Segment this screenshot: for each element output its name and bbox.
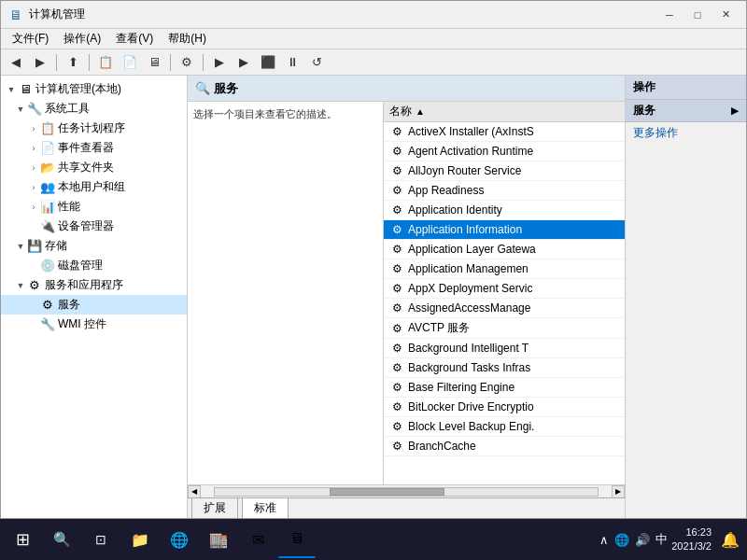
play2-button[interactable]: ▶ <box>233 52 255 73</box>
service-row[interactable]: ⚙Application Identity <box>384 201 625 220</box>
expand-icon[interactable]: ▼ <box>5 85 18 94</box>
service-row[interactable]: ⚙Background Tasks Infras <box>384 358 625 378</box>
tree-wmi[interactable]: 🔧 WMI 控件 <box>1 315 187 334</box>
export-button[interactable]: 📄 <box>119 52 141 73</box>
service-row[interactable]: ⚙BitLocker Drive Encryptio <box>384 398 625 417</box>
sys-expand-icon[interactable]: ▼ <box>14 105 27 114</box>
service-row[interactable]: ⚙Block Level Backup Engi. <box>384 417 625 437</box>
service-icon: ⚙ <box>389 261 404 276</box>
taskbar-explorer[interactable]: 📁 <box>121 521 159 558</box>
menu-help[interactable]: 帮助(H) <box>161 29 214 49</box>
center-header: 🔍 服务 <box>188 76 625 102</box>
h-scroll-left-btn[interactable]: ◀ <box>188 485 201 498</box>
restart-button[interactable]: ↺ <box>305 52 328 73</box>
h-scroll-track[interactable] <box>214 487 599 497</box>
h-scroll-thumb[interactable] <box>330 488 444 496</box>
up-button[interactable]: ⬆ <box>62 52 84 73</box>
services-column-header[interactable]: 名称 ▲ <box>384 102 625 122</box>
tree-dev-manager[interactable]: 🔌 设备管理器 <box>1 217 187 236</box>
service-row[interactable]: ⚙Application Information <box>384 220 625 240</box>
tab-expand[interactable]: 扩展 <box>191 497 238 518</box>
service-icon: ⚙ <box>389 144 404 159</box>
start-button[interactable]: ⊞ <box>4 521 41 558</box>
service-row[interactable]: ⚙Agent Activation Runtime <box>384 142 625 161</box>
svc-apps-expand[interactable]: ▼ <box>14 281 27 290</box>
tree-shared-folder[interactable]: › 📂 共享文件夹 <box>1 158 187 177</box>
tree-performance[interactable]: › 📊 性能 <box>1 197 187 217</box>
sep2 <box>89 54 90 71</box>
forward-button[interactable]: ▶ <box>29 52 51 73</box>
desc-text: 选择一个项目来查看它的描述。 <box>193 108 337 119</box>
service-row[interactable]: ⚙Background Intelligent T <box>384 339 625 358</box>
service-row[interactable]: ⚙AppX Deployment Servic <box>384 279 625 299</box>
service-row[interactable]: ⚙Application Layer Gatewa <box>384 240 625 259</box>
taskbar-compmgmt[interactable]: 🖥 <box>278 521 316 558</box>
taskbar-mail[interactable]: ✉ <box>239 521 276 558</box>
service-name: Application Layer Gatewa <box>408 243 619 256</box>
more-actions-item[interactable]: 更多操作 <box>626 122 746 144</box>
service-row[interactable]: ⚙App Readiness <box>384 181 625 201</box>
window-controls: ─ □ ✕ <box>656 6 739 24</box>
tree-event-viewer[interactable]: › 📄 事件查看器 <box>1 138 187 158</box>
taskbar-apps: 📁 🌐 🏬 ✉ 🖥 <box>121 521 316 558</box>
actions-header: 操作 <box>626 76 746 100</box>
tree-task-sched[interactable]: › 📋 任务计划程序 <box>1 119 187 138</box>
perf-expand[interactable]: › <box>27 203 40 212</box>
tray-chs-label[interactable]: 中 <box>655 531 668 548</box>
system-clock[interactable]: 16:23 2021/3/2 <box>671 525 712 554</box>
tree-disk-mgmt[interactable]: 💿 磁盘管理 <box>1 256 187 275</box>
tray-expand-icon[interactable]: ∧ <box>599 533 609 547</box>
play-button[interactable]: ▶ <box>208 52 231 73</box>
h-scroll-area[interactable]: ◀ ▶ <box>188 484 625 497</box>
tree-local-users[interactable]: › 👥 本地用户和组 <box>1 177 187 197</box>
h-scroll-right-btn[interactable]: ▶ <box>612 485 625 498</box>
dev-icon: 🔌 <box>40 219 55 234</box>
tree-services[interactable]: ⚙ 服务 <box>1 295 187 315</box>
tab-standard[interactable]: 标准 <box>242 497 289 518</box>
services-pane[interactable]: 名称 ▲ ⚙ActiveX Installer (AxInstS⚙Agent A… <box>384 102 625 484</box>
col-name[interactable]: 名称 ▲ <box>389 104 619 119</box>
menu-file[interactable]: 文件(F) <box>5 29 56 49</box>
service-name: Background Tasks Infras <box>408 361 619 374</box>
pause-button[interactable]: ⏸ <box>281 52 303 73</box>
back-button[interactable]: ◀ <box>5 52 27 73</box>
taskbar-store[interactable]: 🏬 <box>200 521 237 558</box>
connect-button[interactable]: 🖥 <box>143 52 165 73</box>
share-expand[interactable]: › <box>27 163 40 173</box>
properties-button[interactable]: ⚙ <box>176 52 198 73</box>
tree-root[interactable]: ▼ 🖥 计算机管理(本地) <box>1 79 187 99</box>
task-expand[interactable]: › <box>27 124 40 133</box>
search-button[interactable]: 🔍 <box>43 521 80 558</box>
tree-sys-tools[interactable]: ▼ 🔧 系统工具 <box>1 99 187 119</box>
tray-sound-icon[interactable]: 🔊 <box>635 533 650 547</box>
service-row[interactable]: ⚙AVCTP 服务 <box>384 318 625 339</box>
event-expand[interactable]: › <box>27 144 40 153</box>
service-row[interactable]: ⚙Base Filtering Engine <box>384 378 625 398</box>
service-icon: ⚙ <box>389 380 404 395</box>
notification-icon[interactable]: 🔔 <box>721 531 740 549</box>
wmi-icon: 🔧 <box>40 317 55 332</box>
minimize-button[interactable]: ─ <box>656 6 683 24</box>
tree-services-apps[interactable]: ▼ ⚙ 服务和应用程序 <box>1 275 187 295</box>
service-row[interactable]: ⚙Application Managemen <box>384 259 625 279</box>
users-expand[interactable]: › <box>27 183 40 192</box>
service-row[interactable]: ⚙ActiveX Installer (AxInstS <box>384 122 625 142</box>
maximize-button[interactable]: □ <box>684 6 711 24</box>
storage-expand[interactable]: ▼ <box>14 242 27 251</box>
stop-button[interactable]: ⬛ <box>257 52 279 73</box>
menu-view[interactable]: 查看(V) <box>108 29 161 49</box>
service-row[interactable]: ⚙AllJoyn Router Service <box>384 161 625 181</box>
taskview-button[interactable]: ⊡ <box>82 521 120 558</box>
service-icon: ⚙ <box>389 439 404 454</box>
taskbar-edge[interactable]: 🌐 <box>161 521 198 558</box>
service-row[interactable]: ⚙AssignedAccessManage <box>384 299 625 318</box>
menu-action[interactable]: 操作(A) <box>56 29 108 49</box>
service-row[interactable]: ⚙BranchCache <box>384 437 625 456</box>
tree-wmi-label: WMI 控件 <box>58 316 106 332</box>
close-button[interactable]: ✕ <box>712 6 739 24</box>
show-hide-button[interactable]: 📋 <box>94 52 117 73</box>
tray-network-icon[interactable]: 🌐 <box>614 533 629 547</box>
service-icon: ⚙ <box>389 341 404 356</box>
tree-storage[interactable]: ▼ 💾 存储 <box>1 236 187 256</box>
service-name: Application Managemen <box>408 262 619 275</box>
